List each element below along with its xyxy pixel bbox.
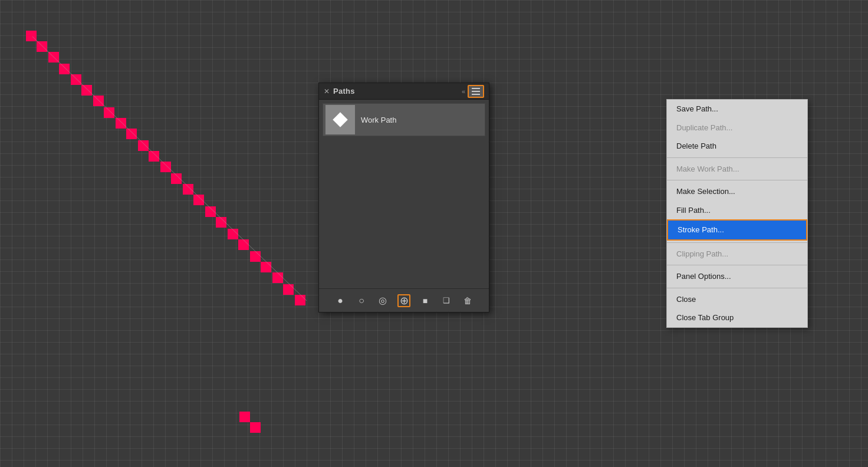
- menu-separator-1: [667, 157, 807, 158]
- menu-item-make-selection[interactable]: Make Selection...: [667, 182, 807, 201]
- stroke-path-button[interactable]: ○: [355, 294, 368, 307]
- path-thumbnail: [326, 105, 355, 134]
- menu-item-close[interactable]: Close: [667, 290, 807, 309]
- menu-item-save-path[interactable]: Save Path...: [667, 100, 807, 119]
- panel-collapse-button[interactable]: «: [462, 88, 465, 95]
- delete-path-button[interactable]: 🗑: [461, 294, 474, 307]
- make-work-path-button[interactable]: ⊕: [397, 294, 410, 307]
- menu-item-clipping-path: Clipping Path...: [667, 245, 807, 264]
- new-path-button[interactable]: ❑: [440, 294, 453, 307]
- menu-item-duplicate-path: Duplicate Path...: [667, 119, 807, 137]
- panel-titlebar: ✕ Paths «: [319, 83, 489, 100]
- panel-content: Work Path: [319, 100, 489, 288]
- path-diamond-icon: [333, 112, 347, 127]
- menu-separator-4: [667, 265, 807, 265]
- menu-separator-3: [667, 242, 807, 243]
- fill-path-button[interactable]: ●: [334, 294, 347, 307]
- paths-panel: ✕ Paths « Work Path ● ○ ◎ ⊕ ■ ❑: [318, 83, 489, 313]
- menu-item-fill-path[interactable]: Fill Path...: [667, 201, 807, 220]
- menu-separator-2: [667, 180, 807, 180]
- menu-item-close-tab-group[interactable]: Close Tab Group: [667, 308, 807, 327]
- load-selection-button[interactable]: ◎: [376, 294, 389, 307]
- menu-item-stroke-path[interactable]: Stroke Path...: [667, 219, 807, 241]
- panel-title: Paths: [333, 87, 355, 96]
- work-path-item[interactable]: Work Path: [323, 103, 485, 136]
- panel-title-area: ✕ Paths: [324, 87, 355, 96]
- menu-item-delete-path[interactable]: Delete Path: [667, 137, 807, 156]
- menu-item-panel-options[interactable]: Panel Options...: [667, 267, 807, 286]
- panel-menu-button[interactable]: [468, 85, 484, 98]
- add-mask-button[interactable]: ■: [419, 294, 432, 307]
- panel-toolbar: ● ○ ◎ ⊕ ■ ❑ 🗑: [319, 288, 489, 312]
- menu-icon: [472, 88, 480, 95]
- panel-close-button[interactable]: ✕: [324, 88, 330, 95]
- context-menu: Save Path... Duplicate Path... Delete Pa…: [666, 99, 808, 328]
- work-path-label: Work Path: [361, 116, 396, 124]
- menu-separator-5: [667, 288, 807, 288]
- menu-item-make-work-path: Make Work Path...: [667, 160, 807, 179]
